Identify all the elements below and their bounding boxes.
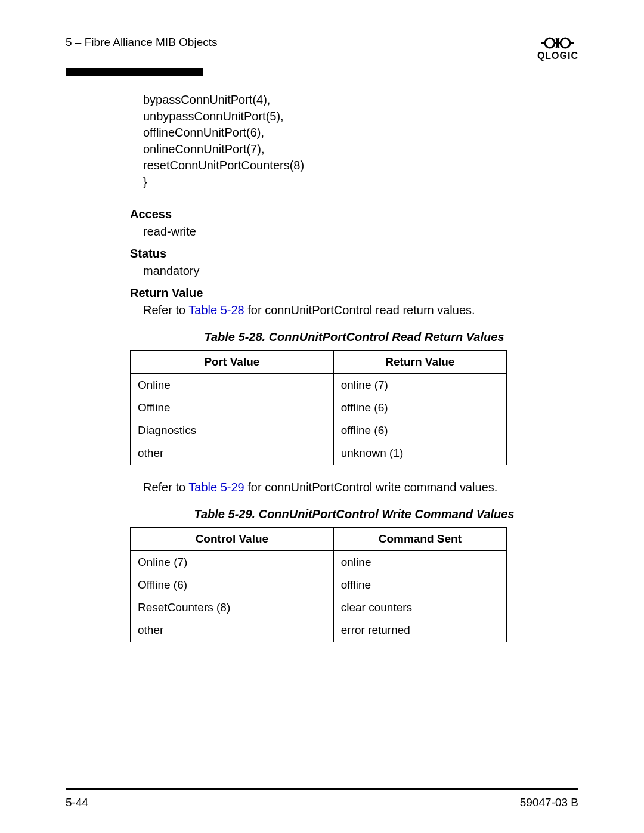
table-5-29: Control Value Command Sent Online (7)onl… [130, 527, 507, 642]
svg-point-1 [545, 38, 555, 48]
table-cell: other [131, 442, 334, 465]
return-ref-line: Refer to Table 5-28 for connUnitPortCont… [143, 304, 578, 317]
table-cell: error returned [333, 619, 506, 642]
brand-name: QLOGIC [537, 51, 578, 61]
ref-text: Refer to [143, 304, 188, 317]
table-row: Onlineonline (7) [131, 373, 507, 397]
table-row: Offlineoffline (6) [131, 397, 507, 419]
enum-block: bypassConnUnitPort(4), unbypassConnUnitP… [143, 92, 578, 191]
table-cell: Online (7) [131, 550, 334, 574]
svg-point-2 [561, 38, 570, 48]
brand-logo: QLOGIC [537, 36, 578, 61]
ref-text: Refer to [143, 481, 188, 494]
enum-line: bypassConnUnitPort(4), [143, 92, 578, 109]
ref-text: for connUnitPortControl read return valu… [244, 304, 475, 317]
table-row: othererror returned [131, 619, 507, 642]
table-cell: other [131, 619, 334, 642]
table-cell: offline (6) [333, 397, 506, 419]
table-5-29-caption: Table 5-29. ConnUnitPortControl Write Co… [130, 507, 578, 521]
table-cell: online [333, 550, 506, 574]
section-bar [66, 68, 203, 76]
table-header: Return Value [333, 350, 506, 373]
table-header: Command Sent [333, 527, 506, 550]
enum-line: onlineConnUnitPort(7), [143, 141, 578, 158]
table-header: Port Value [131, 350, 334, 373]
header-section: 5 – Fibre Alliance MIB Objects [66, 36, 218, 49]
table-cell: ResetCounters (8) [131, 596, 334, 619]
table-5-29-link[interactable]: Table 5-29 [188, 481, 244, 494]
table-cell: Offline (6) [131, 574, 334, 596]
table-5-28-link[interactable]: Table 5-28 [188, 304, 244, 317]
page-number: 5-44 [66, 796, 88, 809]
table-header: Control Value [131, 527, 334, 550]
table-cell: Offline [131, 397, 334, 419]
status-value: mandatory [143, 264, 578, 278]
access-value: read-write [143, 225, 578, 239]
table-row: Diagnosticsoffline (6) [131, 419, 507, 442]
footer-rule [66, 788, 578, 790]
table-cell: Online [131, 373, 334, 397]
table-row: ResetCounters (8)clear counters [131, 596, 507, 619]
return-value-label: Return Value [130, 286, 578, 300]
doc-id: 59047-03 B [520, 796, 578, 809]
enum-line: } [143, 174, 578, 191]
qlogic-mark-icon [541, 36, 574, 50]
ref-text: for connUnitPortControl write command va… [244, 481, 498, 494]
enum-line: unbypassConnUnitPort(5), [143, 109, 578, 125]
table-cell: offline (6) [333, 419, 506, 442]
table-cell: online (7) [333, 373, 506, 397]
table-cell: clear counters [333, 596, 506, 619]
status-label: Status [130, 247, 578, 261]
table-5-28: Port Value Return Value Onlineonline (7)… [130, 350, 507, 465]
table-row: otherunknown (1) [131, 442, 507, 465]
table-row: Online (7)online [131, 550, 507, 574]
enum-line: resetConnUnitPortCounters(8) [143, 157, 578, 174]
write-ref-line: Refer to Table 5-29 for connUnitPortCont… [130, 481, 578, 494]
table-row: Offline (6)offline [131, 574, 507, 596]
access-label: Access [130, 208, 578, 221]
enum-line: offlineConnUnitPort(6), [143, 125, 578, 141]
table-cell: offline [333, 574, 506, 596]
table-cell: unknown (1) [333, 442, 506, 465]
table-5-28-caption: Table 5-28. ConnUnitPortControl Read Ret… [130, 330, 578, 344]
table-cell: Diagnostics [131, 419, 334, 442]
